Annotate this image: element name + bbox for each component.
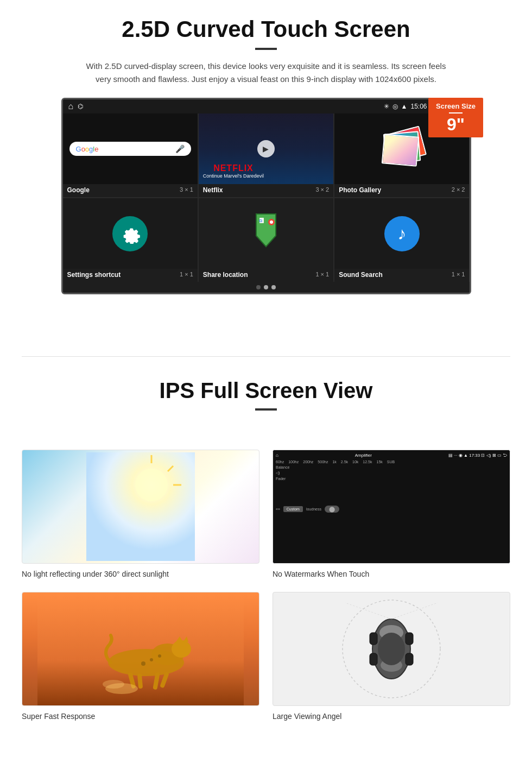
section2-divider (255, 408, 277, 411)
cheetah-caption: Super Fast Response (22, 712, 95, 721)
svg-rect-33 (370, 653, 377, 665)
section1-description: With 2.5D curved-display screen, this de… (81, 60, 451, 86)
app-cell-sound-search[interactable]: ♪ Sound Search 1 × 1 (334, 198, 469, 282)
settings-icon-circle (112, 216, 148, 251)
screen-size-badge: Screen Size 9" (428, 98, 483, 137)
dot-3[interactable] (271, 285, 276, 289)
amp-controls: Balance ◁) Fader (276, 465, 507, 503)
amp-footer: «» Custom loudness ⬤ (276, 506, 507, 513)
maps-content: G (199, 198, 333, 269)
sunlight-svg (86, 452, 195, 561)
google-label: Google 3 × 1 (63, 184, 198, 197)
location-icon: ◎ (392, 103, 398, 110)
app-grid: Google 🎤 Google 3 × 1 (63, 113, 470, 282)
netflix-subtitle: Continue Marvel's Daredevil (203, 173, 264, 179)
maps-label: Share location 1 × 1 (199, 269, 333, 282)
amp-freq-labels: 60hz100hz200hz500hz1k2.5k10k12.5k15kSUB (276, 460, 507, 464)
app-cell-google[interactable]: Google 🎤 Google 3 × 1 (63, 113, 198, 197)
svg-point-19 (141, 661, 145, 666)
amplifier-caption: No Watermarks When Touch (273, 570, 369, 578)
sound-search-app-size: 1 × 1 (452, 271, 465, 279)
netflix-label: Netflix 3 × 2 (199, 184, 333, 197)
device-screen: ⌂ ⌬ ✳ ◎ ▲ 15:06 ⊡ ◁) ⊠ ▭ (61, 98, 471, 294)
badge-divider (449, 112, 463, 113)
device-mockup: Screen Size 9" ⌂ ⌬ ✳ ◎ ▲ 15:06 ⊡ ◁) ⊠ (54, 98, 478, 294)
sunlight-caption: No light reflecting under 360° direct su… (22, 570, 169, 578)
section1-title: 2.5D Curved Touch Screen (33, 16, 499, 42)
google-app-size: 3 × 1 (180, 186, 193, 194)
photo-card-3 (382, 134, 420, 166)
status-bar: ⌂ ⌬ ✳ ◎ ▲ 15:06 ⊡ ◁) ⊠ ▭ (63, 99, 470, 113)
svg-rect-32 (406, 633, 413, 645)
mic-icon[interactable]: 🎤 (175, 144, 185, 153)
page-dots (63, 282, 470, 293)
amp-bars (294, 465, 314, 503)
svg-point-7 (135, 469, 168, 501)
netflix-app-size: 3 × 2 (315, 186, 329, 194)
svg-rect-6 (86, 452, 195, 561)
section2-title: IPS Full Screen View (33, 379, 499, 403)
hand-spacer (33, 297, 499, 324)
title-divider (255, 48, 277, 50)
section-ips: IPS Full Screen View (0, 373, 532, 437)
svg-point-30 (378, 633, 405, 665)
home-icon[interactable]: ⌂ (68, 102, 74, 111)
photo-gallery-label: Photo Gallery 2 × 2 (334, 184, 469, 197)
svg-point-5 (270, 220, 273, 224)
netflix-play-btn[interactable]: ▶ (257, 140, 275, 157)
google-app-area: Google 🎤 (63, 113, 198, 184)
settings-app-name: Settings shortcut (67, 271, 121, 279)
time-display: 15:06 (410, 103, 427, 110)
svg-point-25 (103, 680, 124, 689)
dot-1[interactable] (256, 285, 261, 289)
badge-label: Screen Size (436, 102, 476, 110)
svg-rect-31 (370, 633, 377, 645)
settings-app-size: 1 × 1 (180, 271, 193, 279)
photo-gallery-app-size: 2 × 2 (452, 186, 465, 194)
svg-point-14 (172, 640, 191, 658)
music-note-icon: ♪ (397, 224, 406, 244)
section-curved-screen: 2.5D Curved Touch Screen With 2.5D curve… (0, 0, 532, 335)
photo-gallery-app-name: Photo Gallery (339, 186, 381, 194)
usb-icon: ⌬ (78, 103, 83, 110)
car-caption: Large Viewing Angel (273, 712, 341, 721)
app-cell-settings[interactable]: Settings shortcut 1 × 1 (63, 198, 198, 282)
svg-line-36 (391, 603, 438, 619)
svg-rect-11 (37, 592, 244, 706)
google-content: Google 🎤 (63, 135, 198, 162)
svg-line-35 (345, 603, 391, 619)
netflix-logo: NETFLIX (203, 163, 264, 173)
sunlight-image (22, 450, 259, 564)
maps-app-area: G (199, 198, 333, 269)
netflix-overlay: NETFLIX Continue Marvel's Daredevil (203, 163, 264, 179)
maps-app-name: Share location (203, 271, 248, 279)
amp-labels: Balance ◁) Fader (276, 465, 289, 503)
settings-app-area (63, 198, 198, 269)
sound-search-app-name: Sound Search (339, 271, 383, 279)
maps-app-size: 1 × 1 (315, 271, 329, 279)
bluetooth-icon: ✳ (384, 103, 389, 110)
svg-point-18 (158, 654, 161, 658)
music-content: ♪ (334, 198, 469, 269)
amp-title: Amplifier (355, 453, 372, 458)
section-separator (22, 356, 510, 357)
svg-point-17 (150, 658, 153, 661)
cheetah-svg (37, 592, 244, 706)
cheetah-image (22, 592, 259, 706)
netflix-content: ▶ NETFLIX Continue Marvel's Daredevil (199, 113, 333, 184)
netflix-app-area: ▶ NETFLIX Continue Marvel's Daredevil (199, 113, 333, 184)
amplifier-image: ⌂ Amplifier ▤ ··· ◉ ▲ 17:33 ⊡ ◁) ⊠ ▭ ⮌ 6… (273, 450, 510, 564)
feature-car: Large Viewing Angel (273, 592, 510, 721)
feature-sunlight: No light reflecting under 360° direct su… (22, 450, 259, 579)
app-cell-maps[interactable]: G Share location 1 × 1 (199, 198, 333, 282)
dot-2[interactable] (264, 285, 268, 289)
status-left: ⌂ ⌬ (68, 102, 84, 111)
svg-rect-34 (406, 653, 413, 665)
google-search-bar[interactable]: Google 🎤 (69, 142, 191, 156)
app-cell-netflix[interactable]: ▶ NETFLIX Continue Marvel's Daredevil Ne… (199, 113, 333, 197)
svg-text:G: G (259, 218, 262, 223)
wifi-icon: ▲ (401, 103, 408, 110)
maps-icon: G (250, 211, 282, 256)
car-top-view (273, 592, 510, 705)
car-image (273, 592, 510, 706)
